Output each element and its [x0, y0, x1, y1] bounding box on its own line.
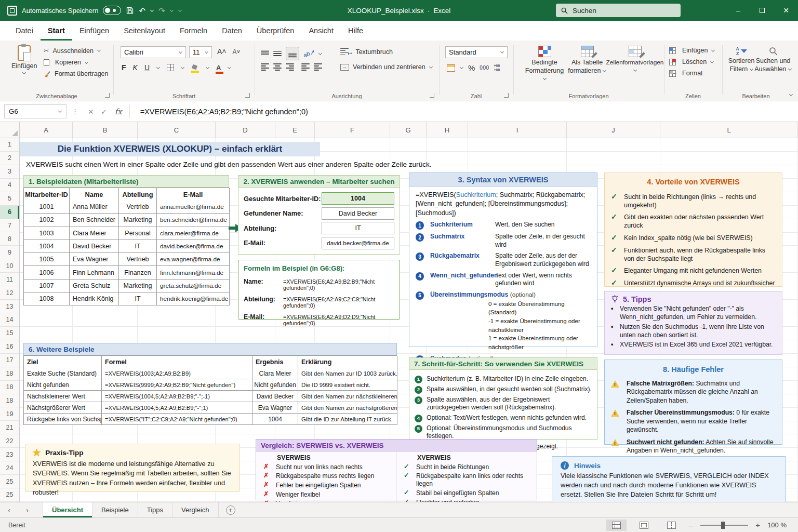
row-header[interactable]: 1 — [0, 138, 19, 152]
zoom-out-button[interactable]: – — [689, 521, 693, 529]
row-header[interactable]: 8 — [0, 232, 19, 246]
tab-hilfe[interactable]: Hilfe — [341, 21, 370, 41]
column-header[interactable]: I — [468, 122, 567, 138]
cell-name[interactable]: Finn Lehmann — [70, 266, 119, 279]
sheet-tab-vergleich[interactable]: Vergleich — [172, 502, 218, 517]
cell-ziel[interactable]: Nicht gefunden — [24, 379, 102, 391]
column-header[interactable]: L — [660, 122, 798, 138]
cell-abteilung[interactable]: Personal — [119, 227, 157, 240]
tab-ueberpruefen[interactable]: Überprüfen — [249, 21, 302, 41]
cell-erklaerung[interactable]: Gibt den Namen zur ID 1003 zurück. — [298, 368, 397, 379]
row-header[interactable]: 3 — [0, 165, 19, 179]
row-header[interactable]: 5 — [0, 192, 19, 206]
percent-style-button[interactable]: % — [468, 63, 475, 72]
cell-id[interactable]: 1006 — [24, 266, 70, 279]
fill-color-icon[interactable] — [191, 65, 199, 71]
cell-formel[interactable]: =XVERWEIS(9999;A2:A9;B2:B9;"Nicht gefund… — [102, 379, 252, 391]
cell-ergebnis[interactable]: Eva Wagner — [252, 402, 298, 414]
cell-abteilung[interactable]: Marketing — [119, 214, 157, 227]
cell-email[interactable]: anna.mueller@firma.de — [157, 201, 230, 214]
find-select-button[interactable]: Suchen undAuswählen — [754, 47, 792, 73]
cell-erklaerung[interactable]: Gibt den Namen zur nächstgrößeren ID zur… — [298, 402, 397, 414]
row-header[interactable]: 10 — [0, 259, 19, 273]
insert-function-button[interactable]: fx — [115, 107, 122, 116]
cell-abteilung[interactable]: Vertrieb — [119, 253, 157, 266]
prev-sheet-icon[interactable]: ‹ — [0, 502, 18, 517]
section3-header[interactable]: 3. Syntax von XVERWEIS — [409, 172, 597, 187]
row-header[interactable]: 2 — [0, 152, 19, 165]
conditional-formatting-button[interactable]: BedingteFormatierung — [525, 46, 564, 83]
comma-style-button[interactable]: 000 — [480, 65, 489, 71]
row-header[interactable]: 22 — [0, 434, 19, 448]
col-erklaerung[interactable]: Erklärung — [298, 356, 397, 368]
row-header[interactable]: 18 — [0, 367, 19, 381]
decrease-indent-icon[interactable] — [301, 63, 310, 71]
restore-button[interactable] — [750, 0, 774, 21]
column-header[interactable]: B — [73, 122, 138, 138]
cell-id[interactable]: 1008 — [24, 292, 70, 305]
borders-dropdown-icon[interactable] — [181, 65, 184, 69]
tab-datei[interactable]: Datei — [8, 21, 41, 41]
row-header[interactable]: 4 — [0, 179, 19, 192]
copy-button[interactable]: Kopieren — [44, 59, 109, 66]
bold-button[interactable]: F — [122, 63, 126, 72]
grow-font-button[interactable]: A˄ — [217, 47, 227, 56]
cell-email[interactable]: ben.schneider@firma.de — [157, 214, 230, 227]
font-dialog-launcher[interactable] — [245, 93, 250, 98]
undo-dropdown-icon[interactable] — [150, 8, 154, 11]
cell-id[interactable]: 1002 — [24, 214, 70, 227]
align-top-icon[interactable] — [261, 50, 269, 58]
formula-text[interactable]: =XVERWEIS(E6;A2:A9;C2:C9;"Nicht gefunden… — [283, 296, 394, 309]
section2-header[interactable]: 2. XVERWEIS anwenden – Mitarbeiter suche… — [238, 175, 400, 188]
column-header[interactable]: A — [20, 122, 73, 138]
number-dialog-launcher[interactable] — [504, 93, 509, 98]
section6-header[interactable]: 6. Weitere Beispiele — [23, 343, 397, 355]
redo-dropdown-icon[interactable] — [170, 8, 174, 11]
intro-text-cell[interactable]: XVERWEIS sucht einen Wert in einer Spalt… — [26, 161, 436, 168]
row-header[interactable]: 18 — [0, 381, 19, 394]
cell-erklaerung[interactable]: Gibt den Namen zur nächstkleineren ID zu… — [298, 391, 397, 402]
tab-einfuegen[interactable]: Einfügen — [72, 21, 116, 41]
column-header[interactable]: F — [315, 122, 390, 138]
italic-button[interactable]: K — [133, 63, 138, 72]
sheet-tab-tipps[interactable]: Tipps — [138, 502, 172, 517]
cell-abteilung[interactable]: IT — [119, 240, 157, 253]
cell-ergebnis[interactable]: Clara Meier — [252, 368, 298, 379]
orientation-icon[interactable]: ab↗ — [302, 48, 315, 59]
row-header[interactable]: 11 — [0, 273, 19, 286]
select-all-corner[interactable] — [0, 122, 20, 138]
row-header[interactable]: 7 — [0, 219, 19, 233]
row-header[interactable]: 23 — [0, 448, 19, 461]
cut-button[interactable]: ✂Ausschneiden — [44, 47, 109, 55]
row-header[interactable]: 25 — [0, 475, 19, 488]
minimize-button[interactable]: – — [726, 0, 750, 21]
section7-header[interactable]: 7. Schritt-für-Schritt: So verwenden Sie… — [409, 357, 597, 370]
row-header[interactable]: 19 — [0, 407, 19, 421]
column-header[interactable]: C — [138, 122, 216, 138]
font-color-dropdown-icon[interactable] — [228, 65, 231, 69]
page-layout-view-button[interactable] — [634, 520, 654, 531]
enter-entry-button[interactable]: ✓ — [101, 108, 107, 116]
column-header[interactable]: E — [275, 122, 315, 138]
cell-erklaerung[interactable]: Die ID 9999 existiert nicht. — [298, 379, 397, 391]
sheet-tab-uebersicht[interactable]: Übersicht — [43, 502, 92, 517]
tab-start[interactable]: Start — [41, 21, 72, 41]
insert-cells-button[interactable]: Einfügen — [669, 47, 715, 54]
tab-seitenlayout[interactable]: Seitenlayout — [116, 21, 172, 41]
cell-ziel[interactable]: Exakte Suche (Standard) — [24, 368, 102, 379]
cell-formel[interactable]: =XVERWEIS(1004,5;A2:A9;B2:B9;"-";1) — [102, 402, 252, 414]
section1-header[interactable]: 1. Beispieldaten (Mitarbeiterliste) — [23, 175, 229, 188]
align-bottom-icon[interactable] — [286, 47, 299, 60]
cell-ziel[interactable]: Rückgabe links von Suchspalte — [24, 414, 102, 425]
cancel-entry-button[interactable]: ✕ — [88, 108, 94, 116]
cell-name[interactable]: Ben Schneider — [70, 214, 119, 227]
underline-button[interactable]: U — [144, 63, 150, 72]
undo-button[interactable]: ↶ — [139, 7, 145, 15]
font-name-select[interactable]: Calibri — [121, 46, 186, 58]
accounting-dropdown-icon[interactable] — [460, 65, 463, 69]
row-header[interactable]: 15 — [0, 327, 19, 340]
col-mitarbeiter-id[interactable]: Mitarbeiter-ID — [24, 188, 70, 201]
underline-dropdown-icon[interactable] — [156, 65, 160, 69]
cell-formel[interactable]: =XVERWEIS(1003;A2:A9;B2:B9) — [102, 368, 252, 379]
cell-id[interactable]: 1001 — [24, 201, 70, 214]
